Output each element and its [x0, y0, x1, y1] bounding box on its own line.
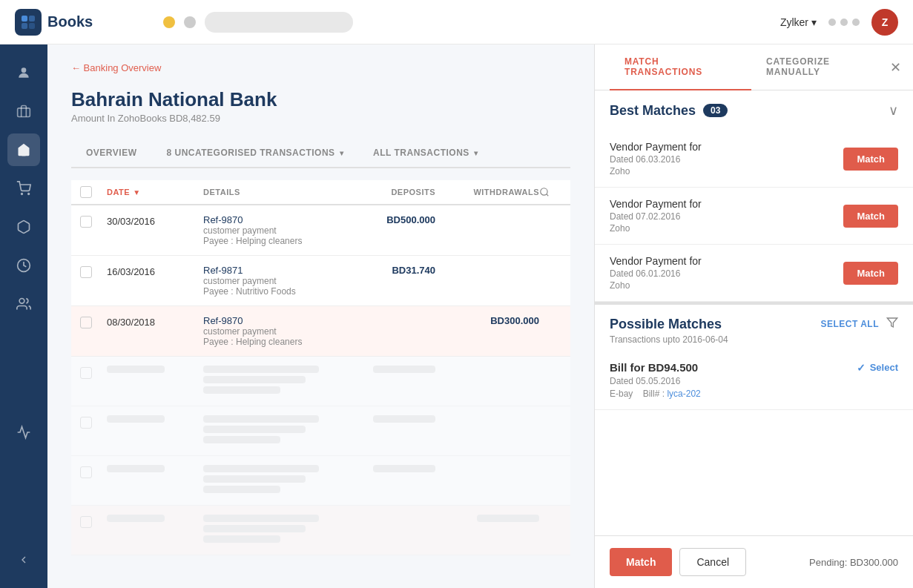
row-date: 30/03/2016 — [107, 214, 203, 227]
table-row-highlighted: 08/30/2018 Ref-9870 customer payment Pay… — [71, 306, 570, 357]
app-name: Books — [47, 13, 93, 30]
gray-dot — [184, 16, 196, 28]
svg-point-4 — [22, 67, 27, 73]
best-matches-title: Best Matches — [610, 103, 696, 119]
match-title-3: Vendor Payment for — [610, 255, 702, 267]
chevron-icon[interactable]: ∨ — [889, 102, 898, 119]
user-name[interactable]: Zylker ▾ — [780, 16, 817, 28]
panel-tab-match[interactable]: MATCH TRANSACTIONS — [610, 44, 751, 90]
svg-line-11 — [547, 194, 549, 196]
match-title-2: Vendor Payment for — [610, 198, 702, 210]
sidebar-toggle[interactable] — [7, 544, 40, 576]
possible-matches-header: Possible Matches Transactions upto 2016-… — [595, 302, 913, 351]
skeleton-row-highlighted — [71, 506, 570, 555]
sidebar-item-banking[interactable] — [7, 95, 40, 128]
topbar: Books Zylker ▾ Z — [0, 0, 913, 44]
tab-overview[interactable]: OVERVIEW — [71, 139, 151, 168]
match-item: Vendor Payment for Dated 06.03.2016 Zoho… — [595, 131, 913, 188]
svg-rect-3 — [29, 23, 35, 29]
panel-content: Best Matches 03 ∨ Vendor Payment for Dat… — [595, 90, 913, 535]
row-checkbox[interactable] — [80, 315, 107, 328]
match-dated-2: Dated 07.02.2016 — [610, 211, 702, 222]
svg-rect-5 — [18, 108, 30, 117]
sidebar-item-team[interactable] — [7, 288, 40, 320]
bill-info: E-bay Bill# : lyca-202 — [610, 389, 898, 399]
sidebar-item-cart[interactable] — [7, 172, 40, 205]
row-checkbox[interactable] — [80, 265, 107, 278]
svg-point-6 — [22, 194, 23, 195]
sort-icon: ▼ — [133, 188, 140, 196]
match-item: Vendor Payment for Dated 06.01.2016 Zoho… — [595, 245, 913, 302]
sidebar-item-packages[interactable] — [7, 211, 40, 243]
panel-footer: Match Cancel Pending: BD300.000 — [595, 535, 913, 588]
row-date: 16/03/2016 — [107, 265, 203, 277]
row-date: 08/30/2018 — [107, 315, 203, 328]
topbar-dots — [828, 19, 860, 26]
match-dated-3: Dated 06.01.2016 — [610, 268, 702, 279]
svg-rect-1 — [29, 16, 35, 22]
possible-matches-sub: Transactions upto 2016-06-04 — [610, 334, 728, 345]
yellow-dot — [163, 16, 175, 28]
sidebar-item-contacts[interactable] — [7, 56, 40, 89]
match-button-1[interactable]: Match — [843, 148, 898, 171]
topbar-center — [163, 12, 780, 33]
match-item: Vendor Payment for Dated 07.02.2016 Zoho… — [595, 188, 913, 245]
footer-match-button[interactable]: Match — [610, 548, 672, 576]
skeleton-row — [71, 357, 570, 406]
logo-area: Books — [15, 9, 163, 36]
breadcrumb-text: ← Banking Overview — [71, 62, 161, 73]
possible-matches-title: Possible Matches — [610, 317, 728, 332]
match-vendor-2: Zoho — [610, 223, 702, 234]
header-checkbox[interactable] — [80, 186, 92, 198]
match-title-1: Vendor Payment for — [610, 141, 702, 153]
sidebar-item-bank-active[interactable] — [7, 133, 40, 166]
topbar-right: Zylker ▾ Z — [780, 9, 898, 36]
th-deposits: DEPOSITS — [332, 186, 435, 198]
th-search[interactable] — [539, 186, 561, 198]
th-checkbox — [80, 186, 107, 198]
row-withdrawal: BD300.000 — [435, 315, 539, 326]
sidebar-item-time[interactable] — [7, 249, 40, 282]
select-button[interactable]: ✓ Select — [857, 362, 898, 374]
match-button-3[interactable]: Match — [843, 262, 898, 285]
row-details: Ref-9870 customer payment Payee : Helpin… — [203, 315, 332, 347]
tab-uncategorised-dropdown[interactable]: ▾ — [340, 149, 344, 157]
best-matches-badge: 03 — [703, 104, 728, 117]
panel-tab-categorize[interactable]: CATEGORIZE MANUALLY — [751, 44, 898, 90]
panel-close-button[interactable]: ✕ — [890, 61, 901, 74]
svg-point-10 — [541, 188, 547, 195]
bill-item: Bill for BD94.500 ✓ Select Dated 05.05.2… — [595, 351, 913, 410]
svg-point-7 — [28, 194, 30, 195]
match-dated-1: Dated 06.03.2016 — [610, 154, 702, 165]
row-deposit: BD31.740 — [332, 265, 435, 276]
pending-text: Pending: BD300.000 — [809, 557, 898, 568]
tab-uncategorised[interactable]: 8 UNCATEGORISED TRANSACTIONS ▾ — [151, 139, 358, 168]
table-row: 30/03/2016 Ref-9870 customer payment Pay… — [71, 205, 570, 256]
avatar[interactable]: Z — [871, 9, 898, 36]
check-icon: ✓ — [857, 362, 866, 374]
page-subtitle: Amount In ZohoBooks BD8,482.59 — [71, 113, 570, 124]
skeleton-row — [71, 406, 570, 456]
match-button-2[interactable]: Match — [843, 205, 898, 228]
filter-icon[interactable] — [886, 317, 898, 331]
svg-rect-0 — [22, 16, 27, 22]
th-date[interactable]: DATE ▼ — [107, 186, 203, 198]
row-checkbox[interactable] — [80, 214, 107, 228]
row-deposit: BD500.000 — [332, 214, 435, 225]
footer-cancel-button[interactable]: Cancel — [679, 548, 746, 576]
tab-bar: OVERVIEW 8 UNCATEGORISED TRANSACTIONS ▾ … — [71, 139, 570, 168]
panel-tabs: MATCH TRANSACTIONS CATEGORIZE MANUALLY ✕ — [595, 44, 913, 90]
svg-rect-2 — [22, 23, 27, 29]
bill-dated: Dated 05.05.2016 — [610, 376, 898, 386]
tab-all[interactable]: ALL TRANSACTIONS ▾ — [358, 139, 492, 168]
tab-all-dropdown[interactable]: ▾ — [474, 149, 478, 157]
search-bar[interactable] — [205, 12, 353, 33]
sidebar — [0, 44, 47, 588]
breadcrumb[interactable]: ← Banking Overview — [71, 62, 570, 73]
table-row: 16/03/2016 Ref-9871 customer payment Pay… — [71, 256, 570, 306]
sidebar-item-analytics[interactable] — [7, 416, 40, 449]
skeleton-row — [71, 456, 570, 506]
svg-point-9 — [19, 299, 24, 304]
bill-link[interactable]: lyca-202 — [667, 389, 700, 399]
select-all-button[interactable]: SELECT ALL — [820, 319, 879, 329]
